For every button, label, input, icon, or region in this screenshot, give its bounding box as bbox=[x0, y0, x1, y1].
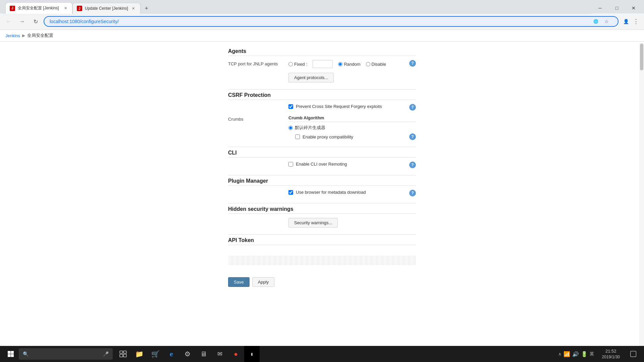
plugin-manager-control: Use browser for metadata download bbox=[288, 190, 409, 195]
taskview-icon[interactable] bbox=[115, 346, 131, 362]
fixed-radio[interactable] bbox=[288, 62, 293, 66]
search-icon: 🔍 bbox=[23, 351, 29, 357]
file-explorer-icon[interactable]: 📁 bbox=[131, 346, 147, 362]
main-content: Agents TCP port for JNLP agents Fixed : … bbox=[80, 42, 564, 350]
agent-protocols-button[interactable]: Agent protocols... bbox=[288, 73, 334, 82]
close-button[interactable] bbox=[626, 3, 641, 13]
chrome-icon[interactable]: ● bbox=[228, 346, 244, 362]
disable-radio-option[interactable]: Disable bbox=[366, 62, 386, 67]
disable-label: Disable bbox=[372, 62, 386, 67]
start-button[interactable] bbox=[3, 346, 19, 362]
csrf-label-empty bbox=[228, 104, 288, 105]
plugin-manager-section: Plugin Manager Use browser for metadata … bbox=[228, 178, 416, 196]
maximize-button[interactable] bbox=[609, 3, 625, 13]
security-warnings-row: Security warnings... bbox=[228, 218, 416, 228]
svg-rect-4 bbox=[120, 351, 123, 353]
random-radio-option[interactable]: Random bbox=[338, 62, 360, 67]
default-generator-label: 默认碎片生成器 bbox=[295, 125, 325, 131]
tray-time[interactable]: 21:52 2019/1/30 bbox=[598, 348, 624, 360]
network-icon[interactable]: 📶 bbox=[564, 351, 570, 357]
svg-rect-2 bbox=[8, 354, 11, 357]
separator-5 bbox=[228, 234, 416, 235]
csrf-checkbox-label[interactable]: Prevent Cross Site Request Forgery explo… bbox=[288, 104, 409, 109]
windows-icon bbox=[7, 351, 14, 357]
fixed-radio-option[interactable]: Fixed : bbox=[288, 62, 307, 67]
store-icon[interactable]: 🛒 bbox=[148, 346, 163, 362]
proxy-compat-label[interactable]: Enable proxy compatibility bbox=[295, 134, 353, 139]
cli-checkbox[interactable] bbox=[288, 162, 293, 167]
address-input[interactable]: localhost:1080/configureSecurity/ bbox=[50, 19, 591, 24]
tab-close-2[interactable]: ✕ bbox=[131, 6, 136, 11]
cli-section: CLI Enable CLI over Remoting ? bbox=[228, 150, 416, 168]
notification-button[interactable] bbox=[625, 346, 641, 362]
default-generator-radio[interactable] bbox=[288, 126, 293, 130]
plugin-manager-help-icon[interactable]: ? bbox=[409, 190, 416, 196]
tab-update-center[interactable]: J Update Center [Jenkins] ✕ bbox=[72, 3, 141, 14]
cli-help-icon[interactable]: ? bbox=[409, 162, 416, 168]
security-warnings-control: Security warnings... bbox=[288, 218, 416, 228]
gear-settings-icon[interactable]: ⚙ bbox=[180, 346, 195, 362]
agents-help-icon[interactable]: ? bbox=[409, 60, 416, 67]
svg-rect-8 bbox=[631, 351, 636, 357]
battery-icon[interactable]: 🔋 bbox=[581, 351, 588, 357]
bookmark-icon[interactable]: ☆ bbox=[602, 17, 611, 26]
proxy-compat-help-icon[interactable]: ? bbox=[409, 133, 416, 140]
tcp-port-input[interactable] bbox=[313, 60, 333, 68]
edge-icon[interactable]: e bbox=[164, 346, 179, 362]
random-radio[interactable] bbox=[338, 62, 342, 66]
fixed-label: Fixed bbox=[294, 62, 305, 67]
plugin-manager-label-empty bbox=[228, 190, 288, 191]
browser-chrome: J 全局安全配置 [Jenkins] ✕ J Update Center [Je… bbox=[0, 0, 644, 30]
csrf-section: CSRF Protection Prevent Cross Site Reque… bbox=[228, 92, 416, 140]
agent-protocols-control: Agent protocols... bbox=[288, 73, 416, 82]
security-warnings-label-empty bbox=[228, 218, 288, 219]
terminal-icon[interactable]: ▮ bbox=[244, 346, 260, 362]
taskbar-search-input[interactable]: 在这里输入你要搜索的内容 bbox=[31, 352, 100, 357]
crumbs-row: Crumbs Crumb Algorithm 默认碎片生成器 Enable pr… bbox=[228, 115, 416, 140]
csrf-title: CSRF Protection bbox=[228, 92, 416, 100]
browser-menu-icon[interactable]: ⋮ bbox=[631, 17, 641, 26]
browser-metadata-label[interactable]: Use browser for metadata download bbox=[288, 190, 409, 195]
save-button[interactable]: Save bbox=[228, 277, 250, 287]
address-bar[interactable]: localhost:1080/configureSecurity/ 🌐 ☆ bbox=[44, 16, 619, 27]
apply-button[interactable]: Apply bbox=[252, 277, 275, 287]
csrf-checkbox[interactable] bbox=[288, 104, 293, 109]
tray-up-arrow[interactable]: ∧ bbox=[558, 351, 561, 357]
minimize-button[interactable] bbox=[592, 3, 608, 13]
refresh-button[interactable]: ↻ bbox=[30, 16, 41, 27]
disable-radio[interactable] bbox=[366, 62, 370, 66]
proxy-compat-checkbox[interactable] bbox=[295, 134, 300, 139]
hidden-warnings-section: Hidden security warnings Security warnin… bbox=[228, 206, 416, 228]
back-button[interactable]: ← bbox=[3, 16, 14, 27]
csrf-help-icon[interactable]: ? bbox=[409, 104, 416, 111]
svg-rect-3 bbox=[11, 354, 14, 357]
taskbar-search[interactable]: 🔍 在这里输入你要搜索的内容 🎤 bbox=[19, 348, 113, 360]
tray-icons: ∧ 📶 🔊 🔋 英 bbox=[555, 351, 597, 357]
crumbs-control: Crumb Algorithm 默认碎片生成器 Enable proxy com… bbox=[288, 115, 416, 140]
separator-3 bbox=[228, 175, 416, 175]
lang-indicator[interactable]: 英 bbox=[590, 351, 594, 357]
forward-button[interactable]: → bbox=[17, 16, 28, 27]
security-warnings-button[interactable]: Security warnings... bbox=[288, 218, 338, 228]
browser-metadata-text: Use browser for metadata download bbox=[296, 190, 366, 195]
crumb-algorithm-title: Crumb Algorithm bbox=[288, 115, 416, 122]
browser-metadata-checkbox[interactable] bbox=[288, 190, 293, 195]
account-icon[interactable]: 👤 bbox=[621, 17, 631, 26]
tablet-icon[interactable]: 🖥 bbox=[196, 346, 211, 362]
tab-global-security[interactable]: J 全局安全配置 [Jenkins] ✕ bbox=[5, 2, 72, 14]
new-tab-button[interactable]: + bbox=[142, 4, 151, 13]
plugin-manager-row: Use browser for metadata download ? bbox=[228, 190, 416, 196]
default-generator-option[interactable]: 默认碎片生成器 bbox=[288, 125, 416, 131]
agent-protocols-row: Agent protocols... bbox=[228, 73, 416, 82]
tab-favicon-1: J bbox=[10, 6, 15, 11]
separator-2 bbox=[228, 147, 416, 147]
window-controls bbox=[592, 3, 641, 13]
cli-checkbox-label[interactable]: Enable CLI over Remoting bbox=[288, 162, 409, 167]
tab-close-1[interactable]: ✕ bbox=[63, 6, 68, 11]
breadcrumb-home[interactable]: Jenkins bbox=[5, 33, 20, 38]
toolbar-icons: 👤 ⋮ bbox=[621, 17, 641, 26]
translate-icon[interactable]: 🌐 bbox=[591, 17, 600, 26]
tabs-bar: J 全局安全配置 [Jenkins] ✕ J Update Center [Je… bbox=[3, 2, 592, 14]
volume-icon[interactable]: 🔊 bbox=[572, 351, 579, 357]
mail-icon[interactable]: ✉ bbox=[212, 346, 227, 362]
